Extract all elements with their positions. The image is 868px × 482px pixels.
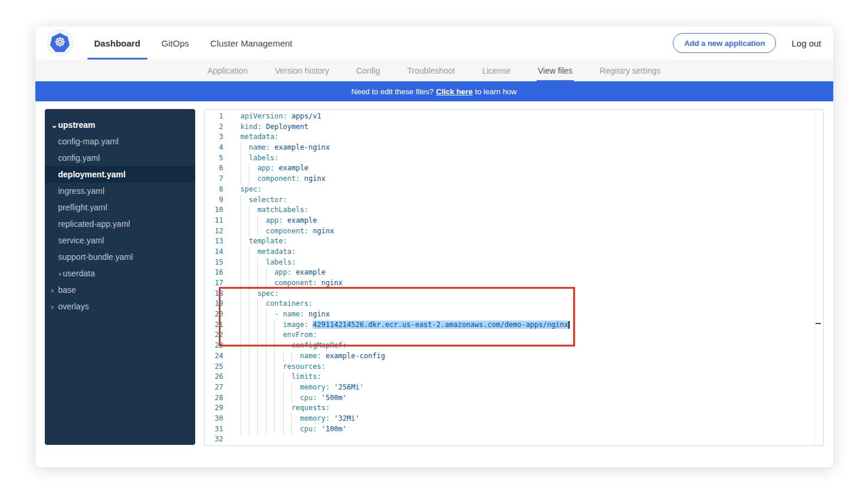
indent-guide-line [241, 341, 249, 351]
tree-item-overlays[interactable]: ›overlays [45, 298, 195, 315]
tab-troubleshoot[interactable]: Troubleshoot [407, 60, 455, 81]
tree-item-label: userdata [63, 269, 95, 278]
code-line[interactable]: 13template: [205, 236, 823, 247]
tree-item-base[interactable]: ›base [45, 282, 195, 298]
tab-view-files[interactable]: View files [538, 60, 573, 81]
code-line[interactable]: 5labels: [205, 153, 823, 164]
code-line[interactable]: 20- name: nginx [205, 309, 823, 320]
tree-item-upstream[interactable]: ⌄upstream [45, 117, 195, 133]
line-number: 28 [205, 393, 223, 404]
code-editor[interactable]: 1apiVersion: apps/v12kind: Deployment3me… [204, 109, 824, 446]
code-line[interactable]: 15labels: [205, 257, 823, 268]
tree-item-label: config.yaml [58, 153, 100, 163]
indent-guide-line [266, 341, 274, 351]
code-text: component: nginx [241, 174, 326, 184]
indent-guide-line [249, 268, 257, 278]
code-line[interactable]: 23- configMapRef: [205, 341, 823, 351]
indent-guide-line [266, 351, 274, 362]
indent-guide-line [249, 362, 257, 372]
code-line[interactable]: 11app: example [205, 216, 823, 226]
line-number: 7 [205, 174, 223, 184]
code-line[interactable]: 19containers: [205, 299, 823, 309]
nav-item-cluster-management[interactable]: Cluster Management [200, 27, 303, 60]
tree-item-ingress-yaml[interactable]: ingress.yaml [45, 183, 195, 199]
indent-guide-line [274, 341, 282, 351]
code-line[interactable]: 27memory: '256Mi' [205, 382, 823, 393]
code-line[interactable]: 3metadata: [205, 132, 823, 143]
code-line[interactable]: 21image: 429114214526.dkr.ecr.us-east-2.… [205, 320, 823, 331]
code-line[interactable]: 4name: example-nginx [205, 143, 823, 153]
indent-guide-line [241, 403, 249, 414]
logout-link[interactable]: Log out [791, 38, 821, 48]
indent-guide-line [241, 268, 249, 278]
tree-item-userdata[interactable]: ›userdata [45, 265, 195, 282]
indent-guide-line [283, 414, 291, 424]
yaml-value: apps/v1 [287, 112, 321, 120]
tree-item-label: deployment.yaml [58, 170, 126, 179]
tree-item-replicated-app-yaml[interactable]: replicated-app.yaml [45, 216, 195, 232]
tab-registry-settings[interactable]: Registry settings [600, 60, 660, 81]
tab-config[interactable]: Config [356, 60, 380, 81]
line-number: 8 [205, 184, 223, 195]
indent-guide-line [257, 382, 265, 393]
code-line[interactable]: 2kind: Deployment [205, 122, 823, 133]
tree-item-support-bundle-yaml[interactable]: support-bundle.yaml [45, 249, 195, 265]
indent-guide-line [241, 163, 249, 174]
code-line[interactable]: 14metadata: [205, 247, 823, 257]
code-line[interactable]: 16app: example [205, 268, 823, 278]
tree-item-label: ingress.yaml [58, 186, 105, 196]
yaml-key: - configMapRef: [283, 341, 347, 349]
tab-version-history[interactable]: Version history [275, 60, 329, 81]
yaml-value: '500m' [317, 394, 347, 402]
indent-guide-line [266, 414, 274, 424]
line-number: 31 [205, 424, 223, 435]
top-navbar-actions: Add a new application Log out [673, 33, 821, 53]
code-line[interactable]: 28cpu: '500m' [205, 393, 823, 404]
code-line[interactable]: 25resources: [205, 362, 823, 372]
code-line[interactable]: 9selector: [205, 195, 823, 206]
yaml-key: spec: [241, 185, 262, 193]
yaml-key: component: [274, 279, 317, 287]
code-text: containers: [241, 299, 313, 309]
code-line[interactable]: 17component: nginx [205, 278, 823, 289]
tree-item-config-map-yaml[interactable]: config-map.yaml [45, 133, 195, 150]
click-here-link[interactable]: Click here [436, 87, 472, 96]
code-line[interactable]: 1apiVersion: apps/v1 [205, 111, 823, 122]
code-line[interactable]: 26limits: [205, 372, 823, 382]
code-line[interactable]: 24name: example-config [205, 351, 823, 362]
tab-license[interactable]: License [482, 60, 511, 81]
code-line[interactable]: 12component: nginx [205, 226, 823, 237]
code-line[interactable]: 29requests: [205, 403, 823, 414]
indent-guide-line [249, 226, 257, 237]
selected-text: 429114214526.dkr.ecr.us-east-2.amazonaws… [313, 321, 568, 329]
indent-guide-line [266, 382, 274, 393]
indent-guide-line [241, 236, 249, 247]
tree-item-label: service.yaml [58, 236, 104, 245]
nav-item-dashboard[interactable]: Dashboard [84, 27, 151, 60]
line-number: 3 [205, 132, 223, 143]
code-text: cpu: '100m' [241, 424, 347, 435]
code-text: memory: '32Mi' [241, 414, 360, 424]
code-text: memory: '256Mi' [241, 382, 364, 393]
tree-item-label: upstream [58, 120, 96, 130]
code-line[interactable]: 10matchLabels: [205, 205, 823, 216]
tree-item-service-yaml[interactable]: service.yaml [45, 232, 195, 249]
code-line[interactable]: 32 [205, 434, 823, 445]
tab-application[interactable]: Application [208, 60, 248, 81]
code-line[interactable]: 31cpu: '100m' [205, 424, 823, 435]
add-application-button[interactable]: Add a new application [673, 33, 776, 53]
code-line[interactable]: 18spec: [205, 289, 823, 299]
code-line[interactable]: 22envFrom: [205, 330, 823, 341]
nav-item-gitops[interactable]: GitOps [151, 27, 200, 60]
chevron-right-icon: › [51, 302, 54, 311]
tree-item-deployment-yaml[interactable]: deployment.yaml [45, 166, 195, 183]
code-text: image: 429114214526.dkr.ecr.us-east-2.am… [241, 320, 570, 331]
code-line[interactable]: 30memory: '32Mi' [205, 414, 823, 424]
code-line[interactable]: 8spec: [205, 184, 823, 195]
chevron-right-icon: › [51, 286, 54, 295]
code-line[interactable]: 6app: example [205, 163, 823, 174]
tree-item-config-yaml[interactable]: config.yaml [45, 150, 195, 166]
indent-guide-line [291, 382, 300, 393]
tree-item-preflight-yaml[interactable]: preflight.yaml [45, 199, 195, 216]
code-line[interactable]: 7component: nginx [205, 174, 823, 184]
